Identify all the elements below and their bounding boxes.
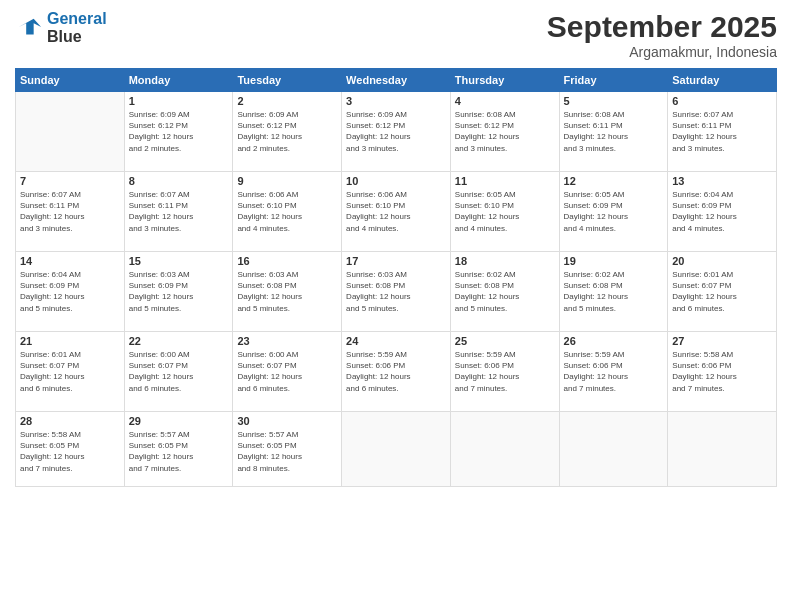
day-number: 11 [455,175,555,187]
day-cell: 8Sunrise: 6:07 AMSunset: 6:11 PMDaylight… [124,172,233,252]
day-cell: 23Sunrise: 6:00 AMSunset: 6:07 PMDayligh… [233,332,342,412]
day-cell: 5Sunrise: 6:08 AMSunset: 6:11 PMDaylight… [559,92,668,172]
day-info: Sunrise: 6:02 AMSunset: 6:08 PMDaylight:… [455,269,555,314]
month-title: September 2025 [547,10,777,44]
day-cell: 7Sunrise: 6:07 AMSunset: 6:11 PMDaylight… [16,172,125,252]
day-number: 30 [237,415,337,427]
day-info: Sunrise: 6:09 AMSunset: 6:12 PMDaylight:… [129,109,229,154]
day-cell: 27Sunrise: 5:58 AMSunset: 6:06 PMDayligh… [668,332,777,412]
week-row-0: 1Sunrise: 6:09 AMSunset: 6:12 PMDaylight… [16,92,777,172]
day-info: Sunrise: 6:08 AMSunset: 6:12 PMDaylight:… [455,109,555,154]
day-info: Sunrise: 6:03 AMSunset: 6:08 PMDaylight:… [346,269,446,314]
day-number: 16 [237,255,337,267]
day-number: 17 [346,255,446,267]
day-info: Sunrise: 6:05 AMSunset: 6:09 PMDaylight:… [564,189,664,234]
day-info: Sunrise: 6:07 AMSunset: 6:11 PMDaylight:… [20,189,120,234]
day-info: Sunrise: 5:57 AMSunset: 6:05 PMDaylight:… [237,429,337,474]
col-sunday: Sunday [16,69,125,92]
day-info: Sunrise: 5:58 AMSunset: 6:06 PMDaylight:… [672,349,772,394]
week-row-4: 28Sunrise: 5:58 AMSunset: 6:05 PMDayligh… [16,412,777,487]
day-cell: 2Sunrise: 6:09 AMSunset: 6:12 PMDaylight… [233,92,342,172]
day-cell: 1Sunrise: 6:09 AMSunset: 6:12 PMDaylight… [124,92,233,172]
day-info: Sunrise: 6:06 AMSunset: 6:10 PMDaylight:… [346,189,446,234]
logo-icon [15,14,43,42]
day-cell [450,412,559,487]
day-cell: 18Sunrise: 6:02 AMSunset: 6:08 PMDayligh… [450,252,559,332]
day-cell [668,412,777,487]
day-cell: 16Sunrise: 6:03 AMSunset: 6:08 PMDayligh… [233,252,342,332]
day-number: 23 [237,335,337,347]
header: General Blue September 2025 Argamakmur, … [15,10,777,60]
day-info: Sunrise: 6:09 AMSunset: 6:12 PMDaylight:… [346,109,446,154]
day-cell: 9Sunrise: 6:06 AMSunset: 6:10 PMDaylight… [233,172,342,252]
day-info: Sunrise: 6:04 AMSunset: 6:09 PMDaylight:… [672,189,772,234]
day-number: 25 [455,335,555,347]
day-number: 19 [564,255,664,267]
day-number: 14 [20,255,120,267]
day-cell: 17Sunrise: 6:03 AMSunset: 6:08 PMDayligh… [342,252,451,332]
day-cell: 24Sunrise: 5:59 AMSunset: 6:06 PMDayligh… [342,332,451,412]
day-number: 24 [346,335,446,347]
day-cell: 4Sunrise: 6:08 AMSunset: 6:12 PMDaylight… [450,92,559,172]
day-number: 2 [237,95,337,107]
day-cell: 11Sunrise: 6:05 AMSunset: 6:10 PMDayligh… [450,172,559,252]
day-info: Sunrise: 6:01 AMSunset: 6:07 PMDaylight:… [20,349,120,394]
day-cell: 19Sunrise: 6:02 AMSunset: 6:08 PMDayligh… [559,252,668,332]
day-cell: 28Sunrise: 5:58 AMSunset: 6:05 PMDayligh… [16,412,125,487]
day-info: Sunrise: 6:03 AMSunset: 6:08 PMDaylight:… [237,269,337,314]
day-number: 9 [237,175,337,187]
day-number: 22 [129,335,229,347]
title-area: September 2025 Argamakmur, Indonesia [547,10,777,60]
day-info: Sunrise: 6:03 AMSunset: 6:09 PMDaylight:… [129,269,229,314]
day-cell: 15Sunrise: 6:03 AMSunset: 6:09 PMDayligh… [124,252,233,332]
week-row-2: 14Sunrise: 6:04 AMSunset: 6:09 PMDayligh… [16,252,777,332]
day-info: Sunrise: 6:02 AMSunset: 6:08 PMDaylight:… [564,269,664,314]
day-number: 10 [346,175,446,187]
calendar-page: General Blue September 2025 Argamakmur, … [0,0,792,612]
calendar-table: Sunday Monday Tuesday Wednesday Thursday… [15,68,777,487]
day-cell: 29Sunrise: 5:57 AMSunset: 6:05 PMDayligh… [124,412,233,487]
day-cell: 12Sunrise: 6:05 AMSunset: 6:09 PMDayligh… [559,172,668,252]
day-number: 26 [564,335,664,347]
week-row-3: 21Sunrise: 6:01 AMSunset: 6:07 PMDayligh… [16,332,777,412]
day-info: Sunrise: 6:01 AMSunset: 6:07 PMDaylight:… [672,269,772,314]
day-number: 5 [564,95,664,107]
day-info: Sunrise: 6:04 AMSunset: 6:09 PMDaylight:… [20,269,120,314]
day-info: Sunrise: 5:59 AMSunset: 6:06 PMDaylight:… [346,349,446,394]
col-tuesday: Tuesday [233,69,342,92]
day-info: Sunrise: 5:58 AMSunset: 6:05 PMDaylight:… [20,429,120,474]
day-cell: 10Sunrise: 6:06 AMSunset: 6:10 PMDayligh… [342,172,451,252]
day-info: Sunrise: 6:00 AMSunset: 6:07 PMDaylight:… [129,349,229,394]
day-number: 21 [20,335,120,347]
day-cell [342,412,451,487]
col-saturday: Saturday [668,69,777,92]
day-cell: 22Sunrise: 6:00 AMSunset: 6:07 PMDayligh… [124,332,233,412]
day-number: 4 [455,95,555,107]
svg-marker-0 [19,19,41,35]
day-cell: 14Sunrise: 6:04 AMSunset: 6:09 PMDayligh… [16,252,125,332]
day-number: 28 [20,415,120,427]
day-cell: 3Sunrise: 6:09 AMSunset: 6:12 PMDaylight… [342,92,451,172]
day-number: 20 [672,255,772,267]
day-number: 8 [129,175,229,187]
day-number: 12 [564,175,664,187]
day-info: Sunrise: 6:05 AMSunset: 6:10 PMDaylight:… [455,189,555,234]
day-number: 13 [672,175,772,187]
col-wednesday: Wednesday [342,69,451,92]
day-cell: 13Sunrise: 6:04 AMSunset: 6:09 PMDayligh… [668,172,777,252]
day-number: 3 [346,95,446,107]
day-cell: 26Sunrise: 5:59 AMSunset: 6:06 PMDayligh… [559,332,668,412]
day-info: Sunrise: 6:08 AMSunset: 6:11 PMDaylight:… [564,109,664,154]
logo: General Blue [15,10,107,46]
day-cell [559,412,668,487]
day-number: 15 [129,255,229,267]
day-number: 29 [129,415,229,427]
day-info: Sunrise: 6:00 AMSunset: 6:07 PMDaylight:… [237,349,337,394]
day-number: 6 [672,95,772,107]
day-number: 1 [129,95,229,107]
day-number: 27 [672,335,772,347]
col-monday: Monday [124,69,233,92]
header-row: Sunday Monday Tuesday Wednesday Thursday… [16,69,777,92]
col-thursday: Thursday [450,69,559,92]
col-friday: Friday [559,69,668,92]
